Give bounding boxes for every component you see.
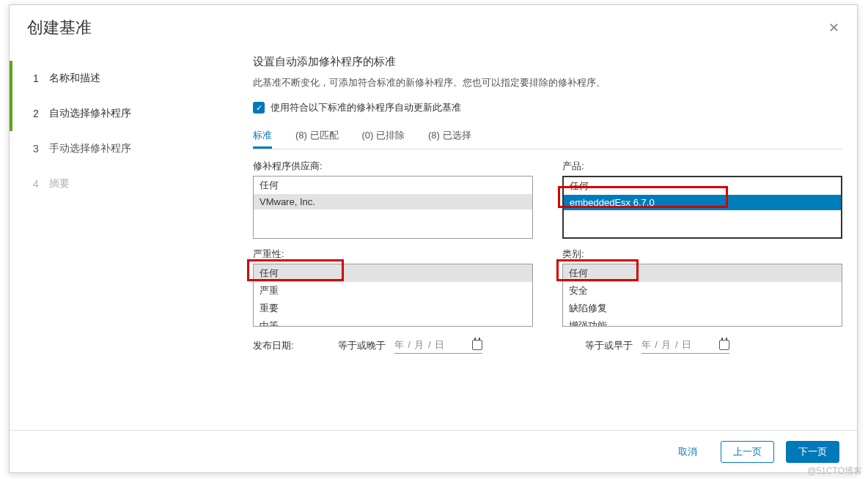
product-label: 产品: — [562, 160, 842, 173]
back-button[interactable]: 上一页 — [721, 441, 774, 463]
tab-selected[interactable]: (8) 已选择 — [428, 125, 471, 149]
date-after-label: 等于或晚于 — [338, 339, 386, 352]
auto-update-checkbox-row: ✓ 使用符合以下标准的修补程序自动更新此基准 — [253, 101, 842, 114]
date-before-input[interactable]: 年 / 月 / 日 — [641, 337, 729, 354]
list-item-selected[interactable]: embeddedEsx 6.7.0 — [564, 195, 841, 210]
tab-excluded[interactable]: (0) 已排除 — [362, 125, 405, 149]
vendor-listbox[interactable]: 任何 VMware, Inc. — [253, 176, 533, 239]
step-manual-select-patches[interactable]: 3 手动选择修补程序 — [10, 131, 238, 166]
list-item[interactable]: VMware, Inc. — [254, 194, 532, 209]
step-label: 名称和描述 — [49, 72, 100, 85]
dialog-footer: 取消 上一页 下一页 — [10, 430, 857, 472]
product-filter: 产品: 任何 embeddedEsx 6.7.0 — [562, 160, 842, 239]
step-label: 手动选择修补程序 — [49, 142, 131, 155]
main-panel: 设置自动添加修补程序的标准 此基准不断变化，可添加符合标准的新修补程序。您也可以… — [238, 48, 857, 452]
vendor-filter: 修补程序供应商: 任何 VMware, Inc. — [253, 160, 533, 239]
date-after-input[interactable]: 年 / 月 / 日 — [394, 337, 482, 354]
wizard-steps: 1 名称和描述 2 自动选择修补程序 3 手动选择修补程序 4 摘要 — [10, 48, 238, 452]
next-button[interactable]: 下一页 — [786, 441, 839, 463]
step-name-and-description[interactable]: 1 名称和描述 — [10, 61, 238, 96]
step-auto-select-patches[interactable]: 2 自动选择修补程序 — [10, 96, 238, 131]
criteria-tabs: 标准 (8) 已匹配 (0) 已排除 (8) 已选择 — [253, 125, 842, 149]
cancel-button[interactable]: 取消 — [666, 441, 709, 463]
section-description: 此基准不断变化，可添加符合标准的新修补程序。您也可以指定要排除的修补程序。 — [253, 76, 842, 89]
list-item[interactable]: 中等 — [254, 317, 532, 326]
severity-label: 严重性: — [253, 248, 533, 261]
date-before-label: 等于或早于 — [585, 339, 633, 352]
create-baseline-dialog: 创建基准 ✕ 1 名称和描述 2 自动选择修补程序 3 手动选择修补程序 4 摘… — [9, 4, 858, 473]
dialog-header: 创建基准 ✕ — [10, 5, 857, 48]
dialog-body: 1 名称和描述 2 自动选择修补程序 3 手动选择修补程序 4 摘要 设置自动添… — [10, 48, 857, 452]
tab-matched[interactable]: (8) 已匹配 — [295, 125, 339, 149]
list-item[interactable]: 任何 — [563, 264, 842, 282]
list-item[interactable]: 任何 — [254, 177, 532, 194]
severity-filter: 严重性: 任何 严重 重要 中等 — [253, 248, 533, 327]
category-label: 类别: — [562, 248, 842, 261]
vendor-label: 修补程序供应商: — [253, 160, 533, 173]
filter-grid: 修补程序供应商: 任何 VMware, Inc. 产品: 任何 embedded… — [253, 160, 842, 327]
list-item[interactable]: 任何 — [564, 177, 841, 195]
close-icon[interactable]: ✕ — [828, 20, 839, 36]
tab-criteria[interactable]: 标准 — [253, 125, 272, 149]
list-item[interactable]: 安全 — [563, 282, 842, 300]
step-summary: 4 摘要 — [10, 166, 238, 201]
auto-update-checkbox[interactable]: ✓ — [253, 102, 265, 114]
product-listbox[interactable]: 任何 embeddedEsx 6.7.0 — [562, 176, 842, 239]
category-filter: 类别: 任何 安全 缺陷修复 增强功能 — [562, 248, 842, 327]
step-label: 自动选择修补程序 — [49, 107, 131, 120]
auto-update-label: 使用符合以下标准的修补程序自动更新此基准 — [271, 101, 461, 114]
list-item[interactable]: 重要 — [254, 300, 532, 317]
release-date-row: 发布日期: 等于或晚于 年 / 月 / 日 等于或早于 年 / 月 / 日 — [253, 337, 842, 354]
step-label: 摘要 — [49, 177, 70, 190]
section-title: 设置自动添加修补程序的标准 — [253, 55, 842, 69]
list-item[interactable]: 增强功能 — [563, 317, 842, 326]
dialog-title: 创建基准 — [27, 17, 92, 39]
severity-listbox[interactable]: 任何 严重 重要 中等 — [253, 264, 533, 327]
release-date-label: 发布日期: — [253, 339, 294, 352]
list-item[interactable]: 任何 — [254, 264, 532, 282]
date-after-field: 等于或晚于 年 / 月 / 日 — [338, 337, 482, 354]
watermark: @51CTO博客 — [807, 465, 862, 478]
list-item[interactable]: 严重 — [254, 282, 532, 300]
category-listbox[interactable]: 任何 安全 缺陷修复 增强功能 — [562, 264, 842, 327]
date-placeholder: 年 / 月 / 日 — [641, 338, 693, 352]
list-item[interactable]: 缺陷修复 — [563, 300, 842, 317]
calendar-icon[interactable] — [472, 340, 482, 350]
date-before-field: 等于或早于 年 / 月 / 日 — [585, 337, 729, 354]
date-placeholder: 年 / 月 / 日 — [394, 338, 446, 352]
calendar-icon[interactable] — [719, 340, 729, 350]
